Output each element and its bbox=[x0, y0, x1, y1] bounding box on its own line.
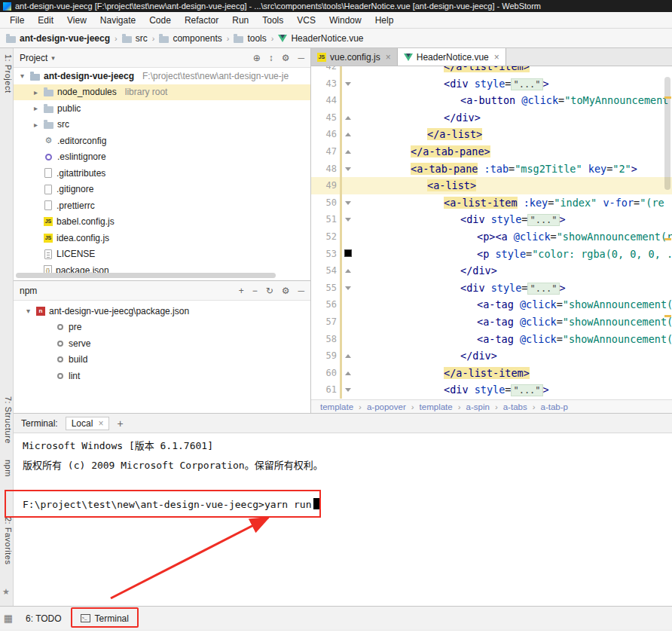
menu-item-file[interactable]: File bbox=[3, 15, 31, 26]
code-area[interactable]: 42</a-list-item>43<div style="...">44<a-… bbox=[311, 66, 672, 399]
fold-arrow-icon[interactable] bbox=[345, 371, 351, 375]
breadcrumb-item[interactable]: ant-design-vue-jeecg bbox=[6, 33, 110, 44]
editor-tab-vue.config.js[interactable]: vue.config.js× bbox=[311, 48, 398, 66]
menu-item-edit[interactable]: Edit bbox=[31, 15, 60, 26]
code-line-61[interactable]: 61<div style="..."> bbox=[311, 381, 672, 399]
code-line-46[interactable]: 46</a-list> bbox=[311, 126, 672, 143]
menu-item-vcs[interactable]: VCS bbox=[290, 15, 322, 26]
menu-item-run[interactable]: Run bbox=[225, 15, 255, 26]
project-tree-item[interactable]: README.md bbox=[14, 279, 310, 281]
chevron-down-icon[interactable] bbox=[51, 54, 55, 62]
project-tree-item[interactable]: ▸node_moduleslibrary root bbox=[14, 84, 310, 101]
npm-script-build[interactable]: build bbox=[14, 352, 310, 368]
fold-arrow-icon[interactable] bbox=[345, 133, 351, 136]
menu-item-refactor[interactable]: Refactor bbox=[178, 15, 225, 26]
code-line-45[interactable]: 45</div> bbox=[311, 109, 672, 127]
npm-script-pre[interactable]: pre bbox=[14, 319, 310, 336]
hide-panel-icon[interactable] bbox=[298, 286, 304, 296]
fold-arrow-icon[interactable] bbox=[345, 269, 351, 273]
refresh-icon[interactable] bbox=[266, 286, 273, 296]
project-tree-item[interactable]: .gitignore bbox=[14, 182, 310, 198]
close-icon[interactable]: × bbox=[494, 52, 499, 63]
gear-icon[interactable] bbox=[282, 286, 290, 296]
code-line-48[interactable]: 48<a-tab-pane :tab="msg2Title" key="2"> bbox=[311, 160, 672, 178]
close-icon[interactable]: × bbox=[386, 52, 391, 63]
code-line-51[interactable]: 51<div style="..."> bbox=[311, 211, 672, 228]
breadcrumb-item[interactable]: HeaderNotice.vue bbox=[278, 33, 363, 44]
fold-arrow-icon[interactable] bbox=[345, 116, 351, 120]
code-line-52[interactable]: 52<p><a @click="showAnnouncement(r bbox=[311, 228, 672, 246]
code-line-57[interactable]: 57<a-tag @click="showAnnouncement( bbox=[311, 313, 672, 331]
code-line-47[interactable]: 47</a-tab-pane> bbox=[311, 143, 672, 160]
project-tree-item[interactable]: idea.config.js bbox=[14, 230, 310, 246]
project-tree-item[interactable]: .eslintignore bbox=[14, 149, 310, 166]
chevron-icon[interactable]: ▾ bbox=[18, 72, 26, 80]
tool-stripe-project[interactable]: 1: Project bbox=[1, 54, 13, 93]
menu-item-view[interactable]: View bbox=[60, 15, 93, 26]
npm-script-lint[interactable]: lint bbox=[14, 368, 310, 384]
code-line-42[interactable]: 42</a-list-item> bbox=[311, 66, 672, 75]
fold-arrow-icon[interactable] bbox=[345, 218, 351, 222]
menu-item-help[interactable]: Help bbox=[368, 15, 401, 26]
code-line-56[interactable]: 56<a-tag @click="showAnnouncement( bbox=[311, 296, 672, 313]
breadcrumb-item[interactable]: components bbox=[159, 33, 221, 44]
window-toggle-icon[interactable] bbox=[3, 613, 14, 624]
chevron-icon[interactable]: ▸ bbox=[32, 88, 40, 96]
collapse-all-icon[interactable] bbox=[269, 53, 273, 63]
editor-breadcrumb-item[interactable]: template bbox=[320, 402, 353, 411]
tool-stripe-structure[interactable]: 7: Structure bbox=[1, 396, 13, 444]
code-line-54[interactable]: 54</div> bbox=[311, 262, 672, 280]
code-line-44[interactable]: 44<a-button @click="toMyAnnouncement bbox=[311, 92, 672, 109]
chevron-icon[interactable]: ▸ bbox=[32, 104, 40, 112]
new-terminal-icon[interactable] bbox=[117, 417, 123, 430]
project-tree-item[interactable]: ▸src bbox=[14, 117, 310, 133]
editor-tab-HeaderNotice.vue[interactable]: HeaderNotice.vue× bbox=[398, 48, 506, 66]
fold-arrow-icon[interactable] bbox=[345, 167, 351, 171]
npm-root-row[interactable]: ▾ ant-design-vue-jeecg\package.json bbox=[14, 303, 310, 319]
favorites-star-icon[interactable] bbox=[2, 587, 10, 597]
terminal-tab-local[interactable]: Local bbox=[66, 417, 110, 430]
code-line-55[interactable]: 55<div style="..."> bbox=[311, 280, 672, 297]
editor-breadcrumb-item[interactable]: a-spin bbox=[466, 402, 490, 411]
locate-icon[interactable] bbox=[253, 53, 261, 63]
breadcrumb-item[interactable]: src bbox=[122, 33, 148, 44]
project-tree-item[interactable]: ▸public bbox=[14, 100, 310, 117]
chevron-expanded-icon[interactable]: ▾ bbox=[24, 307, 32, 315]
code-line-60[interactable]: 60</a-list-item> bbox=[311, 365, 672, 382]
tool-stripe-favorites[interactable]: 2: Favorites bbox=[1, 517, 13, 564]
breadcrumb-item[interactable]: tools bbox=[234, 33, 266, 44]
editor-breadcrumb-item[interactable]: a-popover bbox=[367, 402, 406, 411]
fold-arrow-icon[interactable] bbox=[345, 150, 351, 154]
menu-item-code[interactable]: Code bbox=[142, 15, 178, 26]
fold-arrow-icon[interactable] bbox=[345, 201, 351, 205]
fold-arrow-icon[interactable] bbox=[345, 286, 351, 290]
project-tree-item[interactable]: babel.config.js bbox=[14, 214, 310, 231]
code-line-49[interactable]: 49<a-list> bbox=[311, 177, 672, 194]
fold-arrow-icon[interactable] bbox=[345, 354, 351, 358]
editor-breadcrumb-item[interactable]: a-tabs bbox=[503, 402, 527, 411]
chevron-icon[interactable]: ▸ bbox=[32, 121, 40, 129]
editor-breadcrumb-item[interactable]: a-tab-p bbox=[541, 402, 568, 411]
code-line-50[interactable]: 50<a-list-item :key="index" v-for="(re bbox=[311, 194, 672, 212]
add-icon[interactable] bbox=[239, 286, 244, 296]
code-line-58[interactable]: 58<a-tag @click="showAnnouncement( bbox=[311, 331, 672, 348]
todo-button[interactable]: 6: TODO bbox=[26, 613, 62, 624]
code-line-53[interactable]: 53<p style="color: rgba(0, 0, 0, .45) bbox=[311, 246, 672, 263]
project-tree-item[interactable]: LICENSE bbox=[14, 246, 310, 263]
close-icon[interactable] bbox=[98, 418, 103, 429]
vertical-scrollbar[interactable] bbox=[664, 77, 670, 190]
code-line-59[interactable]: 59</div> bbox=[311, 347, 672, 365]
fold-arrow-icon[interactable] bbox=[345, 82, 351, 86]
code-line-43[interactable]: 43<div style="..."> bbox=[311, 75, 672, 93]
project-tree-item[interactable]: ▾ant-design-vue-jeecgF:\project\test\new… bbox=[14, 68, 310, 84]
menu-item-window[interactable]: Window bbox=[322, 15, 368, 26]
fold-arrow-icon[interactable] bbox=[345, 388, 351, 392]
project-tree-item[interactable]: .gitattributes bbox=[14, 165, 310, 182]
gear-icon[interactable] bbox=[282, 53, 290, 63]
editor-breadcrumb-item[interactable]: template bbox=[420, 402, 453, 411]
horizontal-scrollbar[interactable] bbox=[16, 273, 276, 278]
menu-item-tools[interactable]: Tools bbox=[255, 15, 290, 26]
tool-stripe-npm[interactable]: npm bbox=[1, 460, 13, 477]
menu-item-navigate[interactable]: Navigate bbox=[93, 15, 142, 26]
terminal-button[interactable]: Terminal bbox=[74, 611, 136, 626]
